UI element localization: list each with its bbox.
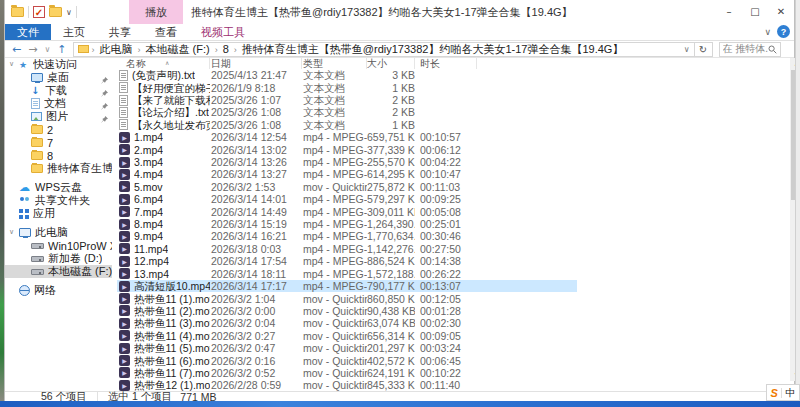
ime-language-indicator[interactable]: 中 [786, 386, 796, 400]
table-row[interactable]: ▶热带鱼11 (5).mov2026/3/2 0:47mov - Quickti… [117, 342, 577, 354]
sidebar-item-网络[interactable]: 网络 [5, 284, 112, 297]
folder-icon[interactable] [49, 7, 62, 17]
column-header-size[interactable]: 大小 [367, 58, 415, 69]
properties-check-icon[interactable]: ✓ [33, 6, 45, 18]
sidebar-item-label: 2 [47, 124, 53, 136]
table-row[interactable]: ▶12.mp42026/3/14 17:54mp4 - MPEG-4 ...88… [117, 255, 577, 267]
table-row[interactable]: ▶热带鱼11 (1).mov2026/3/2 1:04mov - Quickti… [117, 292, 577, 304]
file-size: 1,572,188... [367, 268, 415, 280]
close-button[interactable]: ✕ [768, 0, 794, 22]
table-row[interactable]: ▶3.mp42026/3/14 13:26mp4 - MPEG-4 ...255… [117, 156, 577, 168]
table-row[interactable]: ▶热带鱼11 (4).mov2026/3/2 0:27mov - Quickti… [117, 330, 577, 342]
taskbar[interactable] [0, 401, 800, 407]
qat-dropdown-icon[interactable]: ∨ [66, 8, 72, 17]
search-input[interactable]: 在 推特体... [719, 42, 781, 57]
table-row[interactable]: ▶1.mp42026/3/14 12:54mp4 - MPEG-4 ...659… [117, 131, 577, 143]
tab-查看[interactable]: 查看 [143, 24, 189, 40]
table-row[interactable]: (免责声明).txt2025/4/13 21:47文本文档3 KB [117, 69, 577, 81]
table-row[interactable]: ▶8.mp42026/3/14 15:19mp4 - MPEG-4 ...1,2… [117, 218, 577, 230]
file-name: 2.mp4 [134, 144, 163, 156]
breadcrumb[interactable]: ›此电脑›本地磁盘 (F:)›8›推特体育生博主【热带鱼@rdiy173382】… [73, 42, 695, 57]
text-file-icon [119, 70, 128, 81]
tab-视频工具[interactable]: 视频工具 [189, 24, 257, 40]
file-length: 00:06:45 [415, 355, 477, 367]
title-bar: ✓ ∨ 播放 推特体育生博主【热带鱼@rdiy173382】约啪各大美女1-17… [5, 0, 794, 24]
table-row[interactable]: 【论坛介绍】.txt2025/3/26 1:08文本文档2 KB [117, 106, 577, 118]
table-row[interactable]: ▶13.mp42026/3/14 18:11mp4 - MPEG-4 ...1,… [117, 268, 577, 280]
sidebar-item-label: 图片 [46, 109, 68, 124]
file-name: 热带鱼11 (1).mov [134, 293, 210, 305]
help-icon[interactable]: ? [777, 25, 790, 38]
download-icon: ↓ [31, 86, 41, 96]
table-row[interactable]: 【永久地址发布页...2025/3/26 1:08文本文档1 KB [117, 119, 577, 131]
tab-文件[interactable]: 文件 [5, 24, 51, 40]
file-length: 00:01:28 [415, 305, 477, 317]
minimize-button[interactable]: – [716, 0, 742, 22]
back-icon[interactable]: ← [12, 43, 21, 56]
tab-主页[interactable]: 主页 [51, 24, 97, 40]
table-row[interactable]: ▶4.mp42026/3/14 13:27mp4 - MPEG-4 ...614… [117, 168, 577, 180]
table-row[interactable]: 【好用便宜的梯子...2026/1/9 8:18文本文档1 KB [117, 81, 577, 93]
sidebar-item-此电脑[interactable]: ∨此电脑 [5, 226, 112, 239]
file-length: 00:10:57 [415, 131, 477, 143]
ribbon-collapse-icon[interactable]: ∨ [764, 27, 771, 37]
file-size: 63,074 KB [367, 317, 415, 329]
folder-icon[interactable] [11, 7, 24, 17]
table-row[interactable]: ▶11.mp42026/3/18 0:03mp4 - MPEG-4 ...1,1… [117, 243, 577, 255]
file-size: 860,850 KB [367, 293, 415, 305]
sidebar-item-应用[interactable]: 应用 [5, 207, 112, 220]
tab-共享[interactable]: 共享 [97, 24, 143, 40]
main-content: ∨★快速访问桌面↓下载文档图片278推特体育生博主【热带☁WPS云盘共享文件夹应… [5, 58, 794, 391]
breadcrumb-separator-icon: › [89, 45, 98, 55]
file-date: 2026/1/9 8:18 [210, 82, 302, 94]
refresh-icon[interactable]: ↻ [695, 42, 713, 57]
table-row[interactable]: 【来了就能下载和...2025/3/26 1:07文本文档2 KB [117, 94, 577, 106]
table-row[interactable]: ▶高清短版10.mp42026/3/14 17:17mp4 - MPEG-4 .… [117, 280, 577, 292]
breadcrumb-item[interactable]: 8 [221, 43, 231, 55]
file-date: 2026/3/14 14:49 [210, 206, 302, 218]
sidebar-item-推特体育生博主【热带[interactable]: 推特体育生博主【热带 [5, 162, 112, 175]
address-dropdown-icon[interactable]: ∨ [680, 45, 694, 54]
file-date: 2026/3/2 1:04 [210, 293, 302, 305]
expander-icon[interactable]: ∨ [9, 60, 14, 68]
table-row[interactable]: ▶热带鱼11 (3).mov2026/3/2 0:04mov - Quickti… [117, 317, 577, 329]
sidebar-item-7[interactable]: 7 [5, 136, 112, 149]
sidebar-item-本地磁盘 (F:)[interactable]: 本地磁盘 (F:) [5, 265, 112, 278]
recent-locations-icon[interactable]: ∨ [44, 45, 50, 54]
table-row[interactable]: ▶热带鱼11 (2).mov2026/3/2 0:00mov - Quickti… [117, 305, 577, 317]
file-size: 1,770,634... [367, 230, 415, 242]
file-date: 2026/2/28 0:59 [210, 379, 302, 391]
file-list: 名称∧ 日期 类型 大小 时长 (免责声明).txt2025/4/13 21:4… [112, 58, 683, 391]
breadcrumb-item[interactable]: 本地磁盘 (F:) [144, 43, 212, 55]
breadcrumb-item[interactable]: 此电脑 [98, 43, 135, 55]
sidebar-item-2[interactable]: 2 [5, 123, 112, 136]
file-name: 热带鱼11 (2).mov [134, 305, 210, 317]
sidebar-item-图片[interactable]: 图片 [5, 110, 112, 123]
table-row[interactable]: ▶9.mp42026/3/14 16:21mp4 - MPEG-4 ...1,7… [117, 230, 577, 242]
file-name: 9.mp4 [134, 230, 163, 242]
sidebar-item-共享文件夹[interactable]: 共享文件夹 [5, 194, 112, 207]
breadcrumb-item[interactable]: 推特体育生博主【热带鱼@rdiy173382】约啪各大美女1-17弹全合集【19… [240, 43, 626, 55]
sogou-icon[interactable]: S [770, 387, 777, 399]
maximize-button[interactable]: □ [742, 0, 768, 22]
table-row[interactable]: ▶2.mp42026/3/14 13:02mp4 - MPEG-4 ...377… [117, 143, 577, 155]
table-row[interactable]: ▶热带鱼11 (7).mov2026/3/2 0:52mov - Quickti… [117, 367, 577, 379]
file-name: 【论坛介绍】.txt [132, 106, 209, 118]
file-type: mov - Quicktime... [302, 342, 367, 354]
column-header-type[interactable]: 类型 [302, 58, 367, 69]
table-row[interactable]: ▶5.mov2026/3/2 1:53mov - Quicktime...275… [117, 181, 577, 193]
column-header-name[interactable]: 名称∧ [117, 58, 210, 69]
table-row[interactable]: ▶6.mp42026/3/14 14:01mp4 - MPEG-4 ...579… [117, 193, 577, 205]
pictures-icon [31, 112, 42, 121]
up-icon[interactable]: ↑ [57, 43, 66, 56]
table-row[interactable]: ▶7.mp42026/3/14 14:49mp4 - MPEG-4 ...309… [117, 205, 577, 217]
file-name-cell: 【好用便宜的梯子... [117, 82, 210, 94]
column-header-date[interactable]: 日期 [210, 58, 302, 69]
video-file-icon: ▶ [119, 181, 130, 192]
column-header-length[interactable]: 时长 [415, 58, 477, 69]
forward-icon[interactable]: → [28, 43, 37, 56]
contextual-group-label[interactable]: 播放 [129, 0, 183, 24]
expander-icon[interactable]: ∨ [9, 228, 14, 236]
file-length: 00:26:22 [415, 268, 477, 280]
table-row[interactable]: ▶热带鱼11 (6).mov2026/3/2 0:16mov - Quickti… [117, 354, 577, 366]
